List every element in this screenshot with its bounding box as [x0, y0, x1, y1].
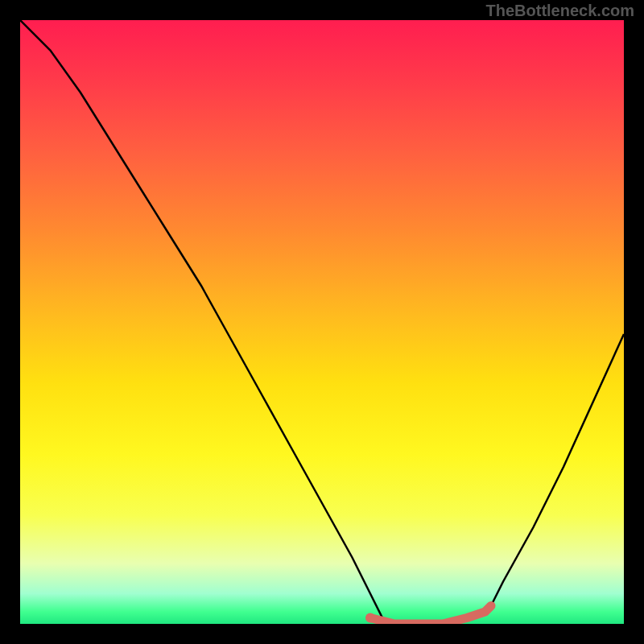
- chart-highlight-markers: [365, 606, 491, 625]
- chart-curve-line: [20, 20, 624, 624]
- svg-point-0: [365, 613, 375, 623]
- chart-plot-area: [20, 20, 624, 624]
- watermark-text: TheBottleneck.com: [486, 2, 634, 20]
- chart-svg: [20, 20, 624, 624]
